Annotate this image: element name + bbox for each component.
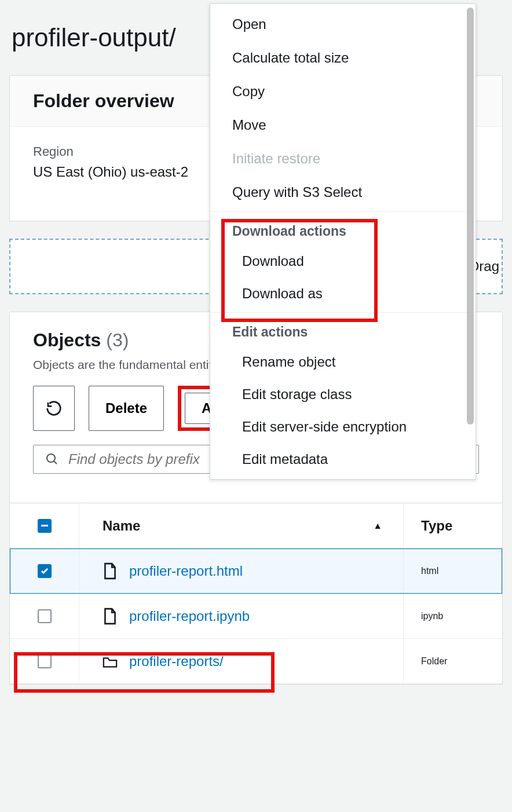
object-type: Folder	[404, 639, 502, 683]
menu-item-download[interactable]: Download	[210, 245, 476, 277]
table-row[interactable]: profiler-report.ipynb ipynb	[10, 594, 502, 639]
menu-item-copy[interactable]: Copy	[210, 75, 476, 108]
object-link[interactable]: profiler-report.ipynb	[129, 608, 250, 624]
table-row[interactable]: profiler-reports/ Folder	[10, 639, 502, 684]
row-checkbox[interactable]	[38, 654, 52, 668]
search-icon	[45, 452, 59, 466]
menu-section-download: Download actions	[210, 211, 476, 245]
table-header: Name ▲ Type	[10, 503, 502, 548]
menu-item-download-as[interactable]: Download as	[210, 277, 476, 310]
menu-item-edit-metadata[interactable]: Edit metadata	[210, 443, 476, 476]
menu-item-move[interactable]: Move	[210, 108, 476, 142]
menu-item-edit-encryption[interactable]: Edit server-side encryption	[210, 411, 476, 443]
menu-item-rename[interactable]: Rename object	[210, 346, 476, 378]
svg-line-1	[54, 461, 57, 464]
menu-item-edit-storage-class[interactable]: Edit storage class	[210, 378, 476, 411]
file-icon	[103, 608, 118, 625]
object-type: ipynb	[404, 594, 502, 638]
menu-item-initiate-restore: Initiate restore	[210, 142, 476, 175]
column-type[interactable]: Type	[404, 503, 502, 548]
row-checkbox[interactable]	[38, 609, 52, 623]
menu-section-edit: Edit actions	[210, 312, 476, 346]
objects-count: (3)	[106, 330, 129, 350]
menu-item-query-s3-select[interactable]: Query with S3 Select	[210, 175, 476, 209]
object-link[interactable]: profiler-reports/	[129, 653, 224, 670]
refresh-button[interactable]	[33, 386, 75, 431]
table-row[interactable]: profiler-report.html html	[10, 548, 502, 594]
select-all-checkbox[interactable]	[38, 519, 52, 533]
menu-item-open[interactable]: Open	[210, 8, 476, 41]
svg-point-0	[47, 454, 55, 462]
object-type: html	[404, 548, 502, 593]
object-link[interactable]: profiler-report.html	[129, 563, 243, 579]
scrollbar[interactable]	[467, 8, 474, 425]
folder-icon	[103, 653, 118, 670]
row-checkbox[interactable]	[38, 564, 52, 578]
menu-item-calculate-size[interactable]: Calculate total size	[210, 41, 476, 75]
file-icon	[103, 562, 118, 580]
sort-asc-icon: ▲	[373, 521, 382, 531]
column-name[interactable]: Name ▲	[79, 503, 404, 548]
refresh-icon	[45, 400, 63, 417]
objects-table: Name ▲ Type profiler-report.html html	[10, 503, 502, 684]
delete-button[interactable]: Delete	[89, 386, 164, 431]
actions-menu: Open Calculate total size Copy Move Init…	[210, 3, 476, 480]
